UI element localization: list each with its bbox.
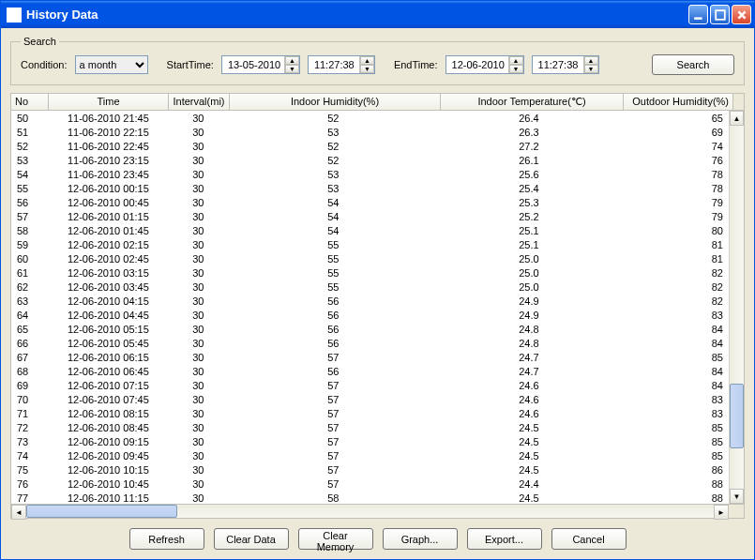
table-row[interactable]: 7212-06-2010 08:45305724.585 bbox=[11, 420, 729, 434]
cell-it: 25.6 bbox=[438, 169, 620, 180]
spin-down-icon[interactable]: ▼ bbox=[360, 65, 374, 73]
end-time-input[interactable] bbox=[536, 58, 583, 71]
vscroll-track[interactable] bbox=[730, 126, 744, 489]
clear-data-button[interactable]: Clear Data bbox=[214, 528, 289, 550]
spin-up-icon[interactable]: ▲ bbox=[509, 56, 523, 65]
spin-up-icon[interactable]: ▲ bbox=[285, 56, 299, 65]
cell-no: 59 bbox=[11, 239, 49, 250]
spin-down-icon[interactable]: ▼ bbox=[285, 65, 299, 73]
table-row[interactable]: 6312-06-2010 04:15305624.982 bbox=[11, 294, 729, 308]
table-row[interactable]: 7712-06-2010 11:15305824.588 bbox=[11, 491, 729, 504]
scroll-up-icon[interactable]: ▲ bbox=[730, 111, 744, 126]
table-row[interactable]: 6712-06-2010 06:15305724.785 bbox=[11, 350, 729, 364]
table-row[interactable]: 7612-06-2010 10:45305724.488 bbox=[11, 477, 729, 491]
clear-memory-button[interactable]: Clear Memory bbox=[298, 528, 373, 550]
scroll-down-icon[interactable]: ▼ bbox=[730, 489, 744, 504]
start-date-field[interactable]: ▲ ▼ bbox=[221, 55, 300, 74]
cell-no: 73 bbox=[11, 436, 49, 447]
close-button[interactable] bbox=[732, 5, 751, 24]
end-date-input[interactable] bbox=[450, 58, 508, 71]
cell-it: 24.8 bbox=[438, 338, 620, 349]
table-row[interactable]: 7412-06-2010 09:45305724.585 bbox=[11, 448, 729, 462]
cell-oh: 78 bbox=[620, 183, 729, 194]
cell-no: 55 bbox=[11, 183, 49, 194]
vscroll-thumb[interactable] bbox=[730, 384, 744, 449]
hscroll-track[interactable] bbox=[26, 505, 714, 518]
column-header-ih[interactable]: Indoor Humidity(%) bbox=[230, 94, 441, 110]
cell-time: 12-06-2010 06:45 bbox=[49, 366, 168, 377]
refresh-button[interactable]: Refresh bbox=[129, 528, 204, 550]
minimize-button[interactable] bbox=[688, 5, 708, 24]
table-row[interactable]: 5812-06-2010 01:45305425.180 bbox=[11, 223, 729, 237]
column-header-oh[interactable]: Outdoor Humidity(%) bbox=[624, 94, 733, 110]
table-row[interactable]: 6012-06-2010 02:45305525.081 bbox=[11, 251, 729, 265]
condition-select[interactable]: a month bbox=[75, 55, 148, 74]
table-row[interactable]: 6912-06-2010 07:15305724.684 bbox=[11, 378, 729, 392]
spin-down-icon[interactable]: ▼ bbox=[584, 65, 598, 73]
start-time-input[interactable] bbox=[312, 58, 359, 71]
maximize-button[interactable] bbox=[710, 5, 730, 24]
graph-button[interactable]: Graph... bbox=[383, 528, 458, 550]
table-row[interactable]: 5111-06-2010 22:15305326.369 bbox=[11, 125, 729, 139]
cancel-button[interactable]: Cancel bbox=[551, 528, 627, 550]
table-row[interactable]: 5311-06-2010 23:15305226.176 bbox=[11, 153, 729, 167]
hscroll-thumb[interactable] bbox=[26, 505, 177, 518]
cell-ih: 53 bbox=[229, 169, 438, 180]
column-header-no[interactable]: No bbox=[11, 94, 49, 110]
table-row[interactable]: 6112-06-2010 03:15305525.082 bbox=[11, 265, 729, 280]
cell-ih: 53 bbox=[229, 127, 438, 138]
cell-it: 24.5 bbox=[438, 492, 620, 504]
cell-oh: 65 bbox=[620, 113, 729, 124]
start-time-field[interactable]: ▲ ▼ bbox=[308, 55, 375, 74]
spin-up-icon[interactable]: ▲ bbox=[360, 56, 374, 65]
table-row[interactable]: 6212-06-2010 03:45305525.082 bbox=[11, 280, 729, 294]
table-row[interactable]: 5411-06-2010 23:45305325.678 bbox=[11, 167, 729, 181]
spin-up-icon[interactable]: ▲ bbox=[584, 56, 598, 65]
start-date-input[interactable] bbox=[226, 58, 284, 71]
table-row[interactable]: 5211-06-2010 22:45305227.274 bbox=[11, 139, 729, 153]
cell-no: 53 bbox=[11, 155, 49, 166]
spin-down-icon[interactable]: ▼ bbox=[509, 65, 523, 73]
cell-ih: 55 bbox=[229, 239, 438, 250]
cell-oh: 84 bbox=[620, 380, 729, 391]
vertical-scrollbar[interactable]: ▲ ▼ bbox=[729, 111, 744, 504]
cell-time: 11-06-2010 23:45 bbox=[49, 169, 168, 180]
column-header-time[interactable]: Time bbox=[49, 94, 169, 110]
cell-it: 24.7 bbox=[438, 366, 620, 377]
cell-it: 25.0 bbox=[438, 253, 620, 265]
table-row[interactable]: 5612-06-2010 00:45305425.379 bbox=[11, 195, 729, 209]
table-row[interactable]: 7112-06-2010 08:15305724.683 bbox=[11, 406, 729, 420]
column-header-it[interactable]: Indoor Temperature(℃) bbox=[441, 94, 624, 110]
cell-ih: 54 bbox=[229, 211, 438, 222]
end-time-field[interactable]: ▲ ▼ bbox=[532, 55, 599, 74]
table-row[interactable]: 7012-06-2010 07:45305724.683 bbox=[11, 392, 729, 406]
table-row[interactable]: 5011-06-2010 21:45305226.465 bbox=[11, 111, 729, 125]
cell-interval: 30 bbox=[168, 169, 229, 180]
scroll-left-icon[interactable]: ◄ bbox=[11, 505, 26, 520]
cell-time: 12-06-2010 05:45 bbox=[49, 338, 168, 349]
cell-oh: 82 bbox=[620, 295, 729, 307]
titlebar[interactable]: History Data bbox=[1, 1, 754, 28]
cell-time: 12-06-2010 05:15 bbox=[49, 324, 168, 335]
table-row[interactable]: 5712-06-2010 01:15305425.279 bbox=[11, 209, 729, 223]
horizontal-scrollbar[interactable]: ◄ ► bbox=[10, 504, 745, 519]
table-row[interactable]: 5512-06-2010 00:15305325.478 bbox=[11, 181, 729, 195]
table-row[interactable]: 7512-06-2010 10:15305724.586 bbox=[11, 462, 729, 477]
table-row[interactable]: 7312-06-2010 09:15305724.585 bbox=[11, 434, 729, 448]
export-button[interactable]: Export... bbox=[467, 528, 542, 550]
table-row[interactable]: 6812-06-2010 06:45305624.784 bbox=[11, 364, 729, 378]
table-row[interactable]: 6412-06-2010 04:45305624.983 bbox=[11, 308, 729, 322]
table-row[interactable]: 6612-06-2010 05:45305624.884 bbox=[11, 336, 729, 350]
column-header-interval[interactable]: Interval(mi) bbox=[169, 94, 230, 110]
cell-it: 25.3 bbox=[438, 197, 620, 208]
table-row[interactable]: 5912-06-2010 02:15305525.181 bbox=[11, 237, 729, 251]
end-date-field[interactable]: ▲ ▼ bbox=[445, 55, 524, 74]
client-area: Search Condition: a month StartTime: ▲ ▼ bbox=[1, 28, 754, 559]
scroll-right-icon[interactable]: ► bbox=[714, 505, 729, 520]
search-button[interactable]: Search bbox=[652, 54, 734, 75]
cell-ih: 56 bbox=[229, 366, 438, 377]
cell-oh: 84 bbox=[620, 366, 729, 377]
table-row[interactable]: 6512-06-2010 05:15305624.884 bbox=[11, 322, 729, 336]
cell-oh: 85 bbox=[620, 352, 729, 363]
cell-ih: 53 bbox=[229, 183, 438, 194]
